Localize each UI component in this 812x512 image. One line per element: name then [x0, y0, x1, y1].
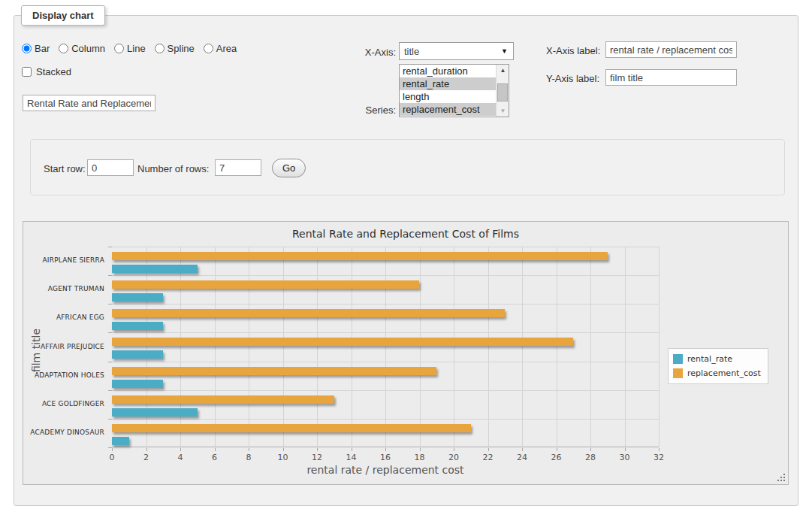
bar-rental-rate: [112, 408, 198, 417]
series-options: rental_durationrental_ratelengthreplacem…: [400, 65, 509, 116]
scroll-up-icon[interactable]: ▲: [497, 65, 509, 76]
legend-entry: rental_rate: [673, 352, 761, 366]
resize-handle-icon[interactable]: [777, 474, 786, 482]
x-tick-label: 6: [200, 453, 230, 462]
gridline: [557, 247, 557, 447]
x-tick-mark: [215, 448, 216, 451]
legend-swatch: [673, 354, 683, 364]
x-tick-label: 18: [405, 453, 435, 462]
x-tick-label: 8: [234, 453, 264, 462]
scrollbar[interactable]: ▲ ▼: [496, 65, 509, 117]
chart: Rental Rate and Replacement Cost of Film…: [23, 221, 789, 485]
x-tick-mark: [283, 448, 284, 451]
chart-type-radio-bar[interactable]: [22, 44, 32, 53]
y-tick-mark: [108, 247, 112, 247]
y-tick-mark: [108, 362, 112, 362]
stacked-row: Stacked: [22, 66, 71, 77]
stacked-checkbox[interactable]: [22, 67, 32, 77]
gridline: [352, 247, 352, 447]
gridline: [283, 247, 284, 447]
x-tick-mark: [590, 448, 591, 451]
chart-type-option-area: Area: [204, 43, 237, 54]
series-option[interactable]: replacement_cost: [400, 103, 509, 116]
bar-replacement-cost: [112, 424, 471, 432]
gridline: [317, 247, 318, 447]
series-option[interactable]: rental_rate: [400, 77, 509, 90]
x-tick-label: 30: [610, 453, 640, 462]
x-tick-label: 16: [370, 453, 400, 462]
x-tick-label: 0: [97, 453, 127, 462]
y-tick-mark: [108, 390, 112, 391]
chart-legend: rental_ratereplacement_cost: [668, 348, 768, 384]
gridline: [522, 247, 523, 447]
series-option[interactable]: rental_duration: [400, 65, 509, 77]
x-tick-label: 22: [473, 453, 503, 462]
scrollbar-thumb[interactable]: [497, 83, 508, 101]
chart-type-radio-area[interactable]: [204, 44, 213, 53]
y-tick-mark: [108, 275, 112, 276]
stacked-label: Stacked: [36, 66, 71, 77]
start-row-input[interactable]: [87, 159, 134, 176]
num-rows-input[interactable]: [215, 159, 261, 176]
x-tick-mark: [488, 448, 489, 451]
x-tick-mark: [146, 448, 147, 451]
chevron-down-icon: ▼: [501, 47, 508, 55]
bar-replacement-cost: [112, 252, 608, 260]
gridline: [112, 390, 659, 391]
chart-type-radio-spline[interactable]: [155, 44, 165, 53]
x-axis-title: rental rate / replacement cost: [112, 464, 659, 476]
chart-type-label: Area: [216, 43, 237, 54]
chart-title-input[interactable]: [23, 95, 155, 111]
x-tick-label: 4: [165, 453, 195, 462]
bar-rental-rate: [112, 265, 198, 273]
x-tick-mark: [557, 448, 557, 451]
gridline: [112, 247, 659, 247]
x-axis-select[interactable]: title ▼: [399, 42, 514, 60]
gridline: [249, 247, 249, 447]
gridline: [385, 247, 386, 447]
x-tick-mark: [112, 448, 113, 451]
chart-type-radio-line[interactable]: [114, 44, 124, 53]
category-label: AFRICAN EGG: [23, 314, 104, 321]
gridline: [420, 247, 421, 447]
x-tick-mark: [317, 448, 318, 451]
legend-label: replacement_cost: [687, 368, 761, 378]
x-tick-label: 12: [302, 453, 332, 462]
x-axis-label-input[interactable]: [605, 41, 737, 58]
scroll-down-icon[interactable]: ▼: [497, 105, 509, 117]
gridline: [454, 247, 454, 447]
chart-type-label: Column: [71, 43, 105, 54]
chart-type-option-bar: Bar: [22, 43, 50, 54]
gridline: [112, 275, 659, 276]
go-button[interactable]: Go: [272, 159, 306, 177]
y-tick-mark: [108, 447, 112, 448]
gridline: [215, 247, 216, 447]
bar-replacement-cost: [112, 338, 573, 346]
bar-rental-rate: [112, 437, 129, 445]
gridline: [590, 247, 591, 447]
bar-rental-rate: [112, 293, 163, 301]
x-tick-label: 32: [644, 453, 674, 462]
series-listbox[interactable]: rental_durationrental_ratelengthreplacem…: [399, 64, 509, 117]
chart-type-option-line: Line: [114, 43, 146, 54]
x-tick-mark: [180, 448, 181, 451]
y-tick-mark: [108, 304, 112, 304]
series-option[interactable]: length: [400, 90, 509, 103]
gridline: [625, 247, 626, 447]
x-tick-label: 14: [337, 453, 367, 462]
bar-rental-rate: [112, 350, 163, 359]
x-tick-mark: [385, 448, 386, 451]
y-tick-mark: [108, 419, 112, 420]
bar-replacement-cost: [112, 309, 505, 317]
x-tick-mark: [625, 448, 626, 451]
gridline: [488, 247, 489, 447]
legend-swatch: [673, 368, 683, 378]
x-tick-mark: [420, 448, 421, 451]
x-tick-mark: [659, 448, 660, 451]
x-tick-label: 2: [131, 453, 161, 462]
y-axis-label-input[interactable]: [605, 69, 737, 86]
category-label: AFFAIR PREJUDICE: [23, 343, 104, 350]
chart-type-radio-column[interactable]: [59, 44, 68, 53]
x-tick-mark: [352, 448, 352, 451]
chart-type-label: Line: [127, 43, 146, 54]
